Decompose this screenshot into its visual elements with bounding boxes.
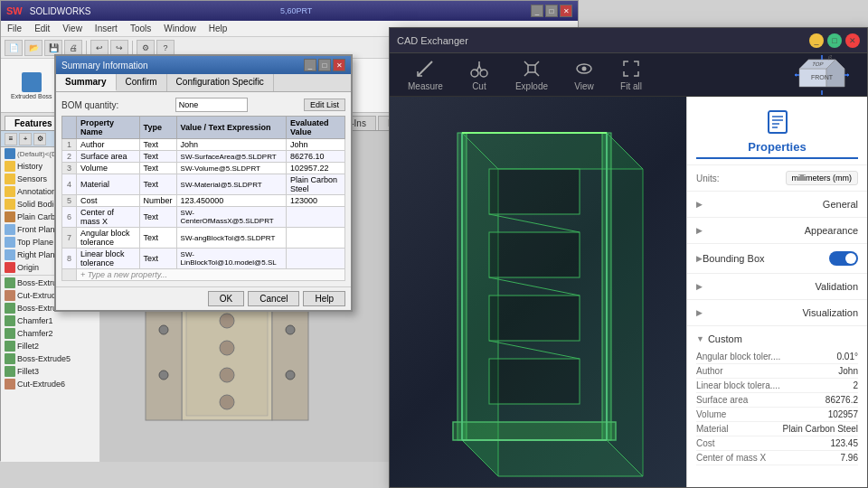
cad-maximize-btn[interactable]: □	[827, 33, 842, 48]
summary-tab-confirm[interactable]: Confirm	[117, 74, 167, 91]
sw-filename: 5,60PRT	[280, 6, 527, 15]
section-visualization-row[interactable]: ▶ Visualization	[696, 304, 858, 322]
summary-edit-btn[interactable]: Edit List	[304, 99, 345, 111]
menu-view[interactable]: View	[60, 23, 85, 34]
boss-extrude5-icon	[5, 353, 15, 364]
section-appearance: ▶ Appearance	[687, 218, 867, 244]
svg-rect-58	[769, 111, 787, 133]
properties-header: Properties	[687, 97, 867, 165]
cad-title: CAD Exchanger	[397, 35, 809, 46]
tree-cut-extrude6[interactable]: Cut-Extrude6	[1, 378, 99, 390]
tool-explode[interactable]: Explode	[515, 58, 548, 91]
summary-maximize[interactable]: □	[318, 59, 331, 71]
prop-centerx-value: 7.96	[841, 453, 858, 463]
prop-centerx-label: Center of mass X	[696, 453, 766, 463]
table-row[interactable]: 5 Cost Number 123.450000 123000	[62, 195, 345, 207]
bounding-box-label: Bounding Box	[703, 253, 765, 264]
bounding-box-toggle[interactable]	[829, 251, 858, 266]
sidebar-btn-1[interactable]: ≡	[5, 133, 17, 145]
sw-maximize-btn[interactable]: □	[545, 5, 558, 17]
sidebar-btn-3[interactable]: ⚙	[33, 133, 46, 145]
menu-insert[interactable]: Insert	[92, 23, 120, 34]
prop-row-material: Material Plain Carbon Steel	[696, 422, 858, 436]
cad-window-controls: _ □ ✕	[809, 33, 860, 48]
tool-view[interactable]: View	[573, 58, 595, 91]
summary-cancel-btn[interactable]: Cancel	[248, 291, 299, 306]
summary-tabs: Summary Confirm Configuration Specific	[56, 74, 351, 92]
chamfer2-icon	[5, 328, 15, 339]
menu-edit[interactable]: Edit	[32, 23, 52, 34]
nav-cube-svg: FRONT TOP R	[795, 55, 849, 95]
cad-close-btn[interactable]: ✕	[845, 33, 860, 48]
section-appearance-row[interactable]: ▶ Appearance	[696, 221, 858, 239]
tree-chamfer1[interactable]: Chamfer1	[1, 314, 99, 327]
table-row-add[interactable]: + Type a new property...	[62, 269, 345, 281]
summary-help-btn[interactable]: Help	[303, 291, 345, 306]
col-eval: Evaluated Value	[287, 117, 345, 139]
tb-new[interactable]: 📄	[5, 40, 23, 56]
svg-point-21	[286, 325, 295, 334]
cut-extrude6-icon	[5, 379, 15, 389]
fitall-icon	[620, 58, 642, 80]
summary-tab-config[interactable]: Configuration Specific	[167, 74, 274, 91]
tb-open[interactable]: 📂	[24, 40, 42, 56]
menu-help[interactable]: Help	[206, 23, 231, 34]
summary-minimize[interactable]: _	[304, 59, 316, 71]
tb-save[interactable]: 💾	[44, 40, 62, 56]
section-validation-row[interactable]: ▶ Validation	[696, 277, 858, 296]
units-value: millimeters (mm)	[786, 171, 859, 185]
summary-bom-input[interactable]	[175, 98, 248, 112]
menu-tools[interactable]: Tools	[127, 23, 154, 34]
tb-redo[interactable]: ↪	[110, 40, 128, 56]
tool-cut[interactable]: Cut	[468, 58, 490, 91]
custom-header[interactable]: ▼ Custom	[696, 330, 858, 350]
table-row[interactable]: 3 Volume Text SW-Volume@5.SLDPRT 102957.…	[62, 163, 345, 174]
sw-close-btn[interactable]: ✕	[560, 5, 572, 17]
tool-measure[interactable]: Measure	[408, 58, 443, 91]
tool-fitall[interactable]: Fit all	[620, 58, 642, 91]
svg-text:TOP: TOP	[812, 61, 825, 67]
sw-minimize-btn[interactable]: _	[531, 5, 543, 17]
tree-fillet3[interactable]: Fillet3	[1, 365, 99, 378]
summary-ok-btn[interactable]: OK	[208, 291, 244, 306]
tree-fillet2[interactable]: Fillet2	[1, 340, 99, 352]
prop-cost-value: 123.45	[830, 438, 858, 448]
table-row[interactable]: 7 Angular block tolerance Text SW-angBlo…	[62, 228, 345, 249]
prop-cost-label: Cost	[696, 438, 715, 448]
tb-help[interactable]: ?	[156, 40, 175, 56]
summary-tab-summary[interactable]: Summary	[56, 74, 117, 91]
ribbon-group-features: Extruded Boss	[5, 61, 60, 110]
prop-volume-value: 102957	[828, 409, 858, 419]
svg-rect-44	[489, 232, 580, 277]
table-row[interactable]: 2 Surface area Text SW-SurfaceArea@5.SLD…	[62, 151, 345, 163]
nav-cube[interactable]: FRONT TOP R	[795, 55, 849, 95]
table-row[interactable]: 8 Linear block tolerance Text SW-LinBloc…	[62, 249, 345, 269]
properties-panel: Properties Units: millimeters (mm) ▶ Gen…	[686, 97, 867, 487]
cad-minimize-btn[interactable]: _	[809, 33, 824, 48]
prop-angular-label: Angular block toler....	[696, 352, 780, 361]
tool-view-label: View	[574, 81, 594, 91]
table-row[interactable]: 1 Author Text John John	[62, 139, 345, 151]
sensors-icon	[5, 174, 15, 184]
tb-undo[interactable]: ↩	[90, 40, 108, 56]
summary-bom-label: BOM quantity:	[61, 100, 118, 110]
cad-viewport[interactable]	[390, 97, 686, 487]
table-row[interactable]: 6 Center of mass X Text SW-CenterOfMassX…	[62, 207, 345, 228]
tb-options[interactable]: ⚙	[137, 40, 155, 56]
tree-boss-extrude5[interactable]: Boss-Extrude5	[1, 352, 99, 365]
tb-print[interactable]: 🖨	[64, 40, 82, 56]
menu-file[interactable]: File	[5, 23, 24, 34]
section-bounding-box-row[interactable]: ▶ Bounding Box	[696, 248, 858, 269]
summary-close[interactable]: ✕	[333, 59, 345, 71]
ribbon-extrude[interactable]: Extruded Boss	[8, 71, 55, 100]
tool-fitall-label: Fit all	[620, 81, 642, 91]
svg-point-22	[286, 371, 295, 380]
tree-chamfer2[interactable]: Chamfer2	[1, 327, 99, 340]
section-visualization: ▶ Visualization	[687, 300, 867, 326]
table-row[interactable]: 4 Material Text SW-Material@5.SLDPRT Pla…	[62, 174, 345, 195]
chamfer1-icon	[5, 315, 15, 326]
menu-window[interactable]: Window	[161, 23, 199, 34]
section-general-row[interactable]: ▶ General	[696, 195, 858, 213]
custom-chevron-icon: ▼	[696, 334, 704, 343]
sidebar-btn-2[interactable]: +	[19, 133, 32, 145]
